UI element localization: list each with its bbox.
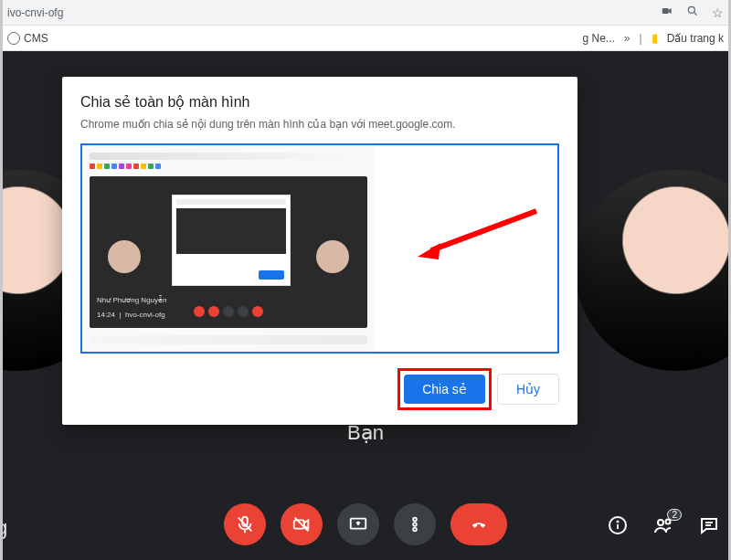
globe-icon bbox=[7, 32, 20, 45]
star-icon[interactable]: ☆ bbox=[712, 5, 724, 20]
svg-line-2 bbox=[694, 13, 697, 16]
bookmark-overflow[interactable]: » bbox=[624, 32, 630, 45]
more-options-button[interactable] bbox=[394, 503, 436, 545]
avatar bbox=[576, 170, 731, 371]
folder-icon: ▮ bbox=[652, 31, 658, 45]
mute-mic-button[interactable] bbox=[224, 503, 266, 545]
screen-thumbnail: Như Phương Nguyễn 14:24 | hvo-cnvi-ofg bbox=[82, 145, 375, 352]
svg-point-14 bbox=[658, 520, 663, 525]
svg-point-9 bbox=[413, 523, 417, 526]
browser-bookmarks-bar: CMS g Ne... » | ▮ Dấu trang k bbox=[0, 26, 731, 51]
bookmark-cms[interactable]: CMS bbox=[7, 32, 48, 45]
share-button[interactable]: Chia sẻ bbox=[404, 375, 485, 404]
svg-rect-0 bbox=[662, 8, 669, 14]
svg-point-10 bbox=[413, 528, 417, 532]
svg-point-13 bbox=[618, 522, 619, 523]
meet-side-tools: 2 bbox=[607, 514, 720, 540]
screen-preview-selected[interactable]: Như Phương Nguyễn 14:24 | hvo-cnvi-ofg bbox=[80, 143, 559, 354]
share-screen-dialog: Chia sẻ toàn bộ màn hình Chrome muốn chi… bbox=[62, 77, 577, 425]
chat-button[interactable] bbox=[698, 514, 720, 540]
meet-controls bbox=[224, 503, 507, 545]
url-fragment: ivo-cnvi-ofg bbox=[7, 6, 63, 19]
preview-participant-name: Như Phương Nguyễn bbox=[97, 296, 166, 304]
dialog-title: Chia sẻ toàn bộ màn hình bbox=[80, 93, 559, 111]
cancel-button[interactable]: Hủy bbox=[497, 374, 559, 405]
svg-point-8 bbox=[413, 518, 417, 522]
search-icon[interactable] bbox=[686, 5, 699, 20]
meet-main-area: Bạn g 2 Chia sẻ toàn bộ bbox=[0, 51, 731, 560]
participant-count-badge: 2 bbox=[667, 509, 682, 521]
meeting-info-button[interactable] bbox=[607, 514, 629, 540]
screen-thumbnail-empty bbox=[375, 145, 557, 352]
participant-tile-right bbox=[576, 170, 731, 371]
dialog-subtitle: Chrome muốn chia sẻ nội dung trên màn hì… bbox=[80, 118, 559, 131]
svg-point-1 bbox=[688, 6, 694, 13]
bookmark-news[interactable]: g Ne... bbox=[582, 32, 614, 45]
participants-button[interactable]: 2 bbox=[652, 514, 674, 540]
present-screen-button[interactable] bbox=[337, 503, 379, 545]
camera-icon[interactable] bbox=[661, 5, 673, 20]
browser-address-bar: ivo-cnvi-ofg ☆ bbox=[0, 0, 731, 26]
annotation-highlight: Chia sẻ bbox=[397, 368, 492, 410]
mute-camera-button[interactable] bbox=[281, 503, 323, 545]
meeting-code: g bbox=[0, 516, 7, 540]
hang-up-button[interactable] bbox=[450, 503, 507, 545]
bookmark-folder[interactable]: Dấu trang k bbox=[667, 32, 724, 45]
